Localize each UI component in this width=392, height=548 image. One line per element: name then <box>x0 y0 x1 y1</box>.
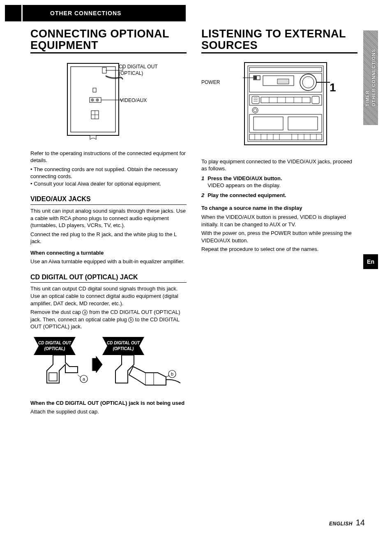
video-aux-p1: This unit can input analog sound signals… <box>30 207 187 229</box>
cd-out-not-used-heading: When the CD DIGITAL OUT (OPTICAL) jack i… <box>30 399 187 407</box>
svg-text:a: a <box>83 376 85 381</box>
bullet-1: The connecting cords are not supplied. O… <box>30 166 187 180</box>
step-1-sub: VIDEO appears on the display. <box>208 182 281 188</box>
figure-rear-panel: CD DIGITAL OUT (OPTICAL) VIDEO/AUX <box>30 59 187 146</box>
step-2: 2 Play the connected equipment. <box>201 192 357 199</box>
left-bullets: The connecting cords are not supplied. O… <box>30 166 187 188</box>
svg-rect-32 <box>254 76 257 79</box>
svg-rect-52 <box>249 134 322 140</box>
svg-point-9 <box>97 99 98 100</box>
right-title: LISTENING TO EXTERNAL SOURCES <box>201 28 357 53</box>
bullet-2: Consult your local Aiwa dealer for optio… <box>30 180 187 188</box>
label-power: POWER <box>201 79 220 86</box>
section-banner: OTHER CONNECTIONS <box>5 5 186 21</box>
svg-text:CD DIGITAL OUT: CD DIGITAL OUT <box>38 341 71 345</box>
video-aux-p2: Connect the red plug to the R jack, and … <box>30 231 187 245</box>
svg-rect-29 <box>249 67 322 72</box>
label-video-aux: VIDEO/AUX <box>120 97 147 104</box>
heading-video-aux-jacks: VIDEO/AUX JACKS <box>30 195 187 205</box>
svg-line-19 <box>78 375 81 377</box>
left-title: CONNECTING OPTIONAL EQUIPMENT <box>30 28 187 53</box>
cd-out-p2: Remove the dust cap a from the CD DIGITA… <box>30 309 187 330</box>
circled-b-inline: b <box>128 317 134 323</box>
svg-text:CD DIGITAL OUT: CD DIGITAL OUT <box>107 341 140 345</box>
svg-text:(OPTICAL): (OPTICAL) <box>113 346 134 351</box>
change-source-heading: To change a source name in the display <box>201 204 357 212</box>
change-source-p3: Repeat the procedure to select one of th… <box>201 246 357 253</box>
left-column: CONNECTING OPTIONAL EQUIPMENT <box>30 28 187 417</box>
svg-rect-16 <box>49 373 57 381</box>
step-1-num: 1 <box>201 175 204 189</box>
turntable-heading: When connecting a turntable <box>30 249 187 257</box>
front-panel-svg <box>216 59 343 150</box>
svg-point-35 <box>302 77 314 88</box>
figure-front-panel: POWER 1 <box>201 59 357 154</box>
step-1: 1 Press the VIDEO/AUX button. VIDEO appe… <box>201 175 357 189</box>
svg-text:(OPTICAL): (OPTICAL) <box>44 346 65 351</box>
step-2-num: 2 <box>201 192 204 199</box>
heading-cd-digital-out: CD DIGITAL OUT (OPTICAL) JACK <box>30 273 187 283</box>
turntable-p: Use an Aiwa turntable equipped with a bu… <box>30 258 187 265</box>
svg-point-7 <box>92 99 93 100</box>
step-1-text: Press the VIDEO/AUX button. <box>208 175 282 181</box>
language-badge-text: En <box>367 258 374 266</box>
cd-out-p1: This unit can output CD digital sound si… <box>30 285 187 307</box>
optical-svg: CD DIGITAL OUT (OPTICAL) a CD DIGITAL OU… <box>30 334 187 395</box>
banner-text: OTHER CONNECTIONS <box>50 9 121 17</box>
svg-rect-40 <box>312 96 319 104</box>
left-intro: Refer to the operating instructions of t… <box>30 150 187 164</box>
figure-optical-cable: CD DIGITAL OUT (OPTICAL) a CD DIGITAL OU… <box>30 334 187 395</box>
change-source-p1: When the VIDEO/AUX button is pressed, VI… <box>201 214 357 228</box>
page-footer: ENGLISH 14 <box>329 517 365 528</box>
language-badge: En <box>363 254 378 269</box>
side-tab: TIMER OTHER CONNECTIONS <box>363 30 378 125</box>
svg-rect-50 <box>254 117 283 130</box>
svg-text:b: b <box>171 372 173 376</box>
step-2-text: Play the connected equipment. <box>208 192 286 198</box>
svg-point-48 <box>254 109 257 112</box>
svg-rect-51 <box>288 117 318 130</box>
svg-line-26 <box>166 376 169 377</box>
svg-rect-39 <box>252 96 259 104</box>
svg-rect-4 <box>93 88 96 92</box>
label-cd-digital-out: CD DIGITAL OUT (OPTICAL) <box>119 63 158 77</box>
cd-out-not-used-p: Attach the supplied dust cap. <box>30 408 187 416</box>
circled-a-inline: a <box>82 310 88 315</box>
footer-page: 14 <box>356 518 365 527</box>
side-tab-text: TIMER OTHER CONNECTIONS <box>364 49 377 107</box>
label-step-1: 1 <box>330 80 336 95</box>
right-column: LISTENING TO EXTERNAL SOURCES <box>201 28 357 255</box>
footer-lang: ENGLISH <box>329 521 353 527</box>
change-source-p2: With the power on, press the POWER butto… <box>201 230 357 244</box>
right-intro: To play equipment connected to the VIDEO… <box>201 158 357 172</box>
